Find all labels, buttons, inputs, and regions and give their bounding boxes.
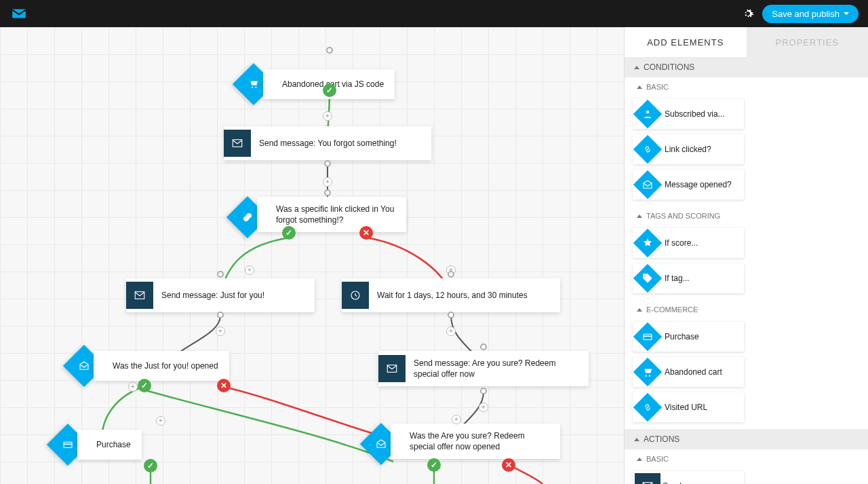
add-connector[interactable]: + xyxy=(452,415,461,424)
cond-if-tag[interactable]: If tag... xyxy=(633,263,744,293)
connector-dot[interactable] xyxy=(326,47,333,54)
chevron-up-icon xyxy=(637,86,642,89)
cond-subscribed-via[interactable]: Subscribed via... xyxy=(633,99,744,129)
svg-point-6 xyxy=(646,111,650,114)
node-label: Was the Are you sure? Redeem special off… xyxy=(410,430,549,452)
clock-icon xyxy=(342,282,369,309)
user-icon xyxy=(633,100,662,128)
chevron-up-icon xyxy=(637,308,642,312)
workflow-canvas[interactable]: Abandoned cart via JS code ✓ Send messag… xyxy=(0,27,624,484)
tab-properties[interactable]: PROPERTIES xyxy=(747,27,869,57)
node-label: Purchase xyxy=(96,439,131,450)
save-and-publish-button[interactable]: Save and publish xyxy=(762,5,859,23)
section-conditions[interactable]: CONDITIONS xyxy=(625,57,868,77)
node-label: Was a specific link clicked in You forgo… xyxy=(276,204,395,225)
cond-abandoned-cart[interactable]: Abandoned cart xyxy=(633,357,744,387)
cond-purchase[interactable]: Purchase xyxy=(633,322,744,352)
open-mail-icon xyxy=(633,170,662,199)
node-justforyou-opened[interactable]: Was the Just for you! opened xyxy=(94,351,229,381)
connector-dot[interactable] xyxy=(217,312,224,318)
link-icon xyxy=(633,393,662,422)
yes-badge: ✓ xyxy=(282,226,296,240)
mail-icon xyxy=(224,130,251,157)
chevron-up-icon xyxy=(634,438,639,441)
tab-add-elements[interactable]: ADD ELEMENTS xyxy=(625,27,747,57)
node-label: Send message: You forgot something! xyxy=(251,131,408,155)
save-label: Save and publish xyxy=(772,9,840,19)
mail-icon xyxy=(635,473,660,484)
add-connector[interactable]: + xyxy=(156,416,165,426)
cart-icon xyxy=(633,358,662,386)
chevron-up-icon xyxy=(634,66,639,69)
cond-if-score[interactable]: If score... xyxy=(633,228,744,258)
right-panel: ADD ELEMENTS PROPERTIES CONDITIONS BASIC… xyxy=(624,27,868,484)
node-send-are-you-sure[interactable]: Send message: Are you sure? Redeem speci… xyxy=(378,351,589,386)
connector-dot[interactable] xyxy=(480,388,487,394)
node-label: Was the Just for you! opened xyxy=(113,360,218,371)
tag-icon xyxy=(633,264,662,293)
connector-dot[interactable] xyxy=(448,312,454,318)
node-send-just-for-you[interactable]: Send message: Just for you! xyxy=(126,278,315,312)
topbar: Save and publish xyxy=(0,0,868,27)
svg-rect-8 xyxy=(644,336,652,337)
section-actions[interactable]: ACTIONS xyxy=(625,429,868,449)
node-label: Wait for 1 days, 12 hours, and 30 minute… xyxy=(369,283,538,308)
node-areyousure-opened[interactable]: Was the Are you sure? Redeem special off… xyxy=(391,424,560,459)
subsection-basic[interactable]: BASIC xyxy=(625,77,868,96)
connector-dot[interactable] xyxy=(217,271,224,278)
chevron-up-icon xyxy=(637,458,642,461)
mail-icon xyxy=(126,282,153,309)
svg-rect-5 xyxy=(64,444,72,445)
subsection-ecommerce[interactable]: E-COMMERCE xyxy=(625,300,868,319)
node-purchase[interactable]: Purchase xyxy=(77,430,142,460)
connector-dot[interactable] xyxy=(324,160,331,167)
add-connector[interactable]: + xyxy=(446,327,456,336)
connector-dot[interactable] xyxy=(324,189,331,196)
add-connector[interactable]: + xyxy=(128,382,138,392)
act-send-message[interactable]: Send message xyxy=(633,471,744,484)
svg-rect-4 xyxy=(64,442,72,447)
yes-badge: ✓ xyxy=(144,459,157,472)
no-badge: ✕ xyxy=(502,458,515,472)
subsection-actions-basic[interactable]: BASIC xyxy=(625,449,868,468)
node-link-clicked[interactable]: Was a specific link clicked in You forgo… xyxy=(257,197,406,232)
svg-rect-7 xyxy=(644,334,652,339)
cond-link-clicked[interactable]: Link clicked? xyxy=(633,134,744,164)
mail-icon xyxy=(378,355,406,382)
node-wait[interactable]: Wait for 1 days, 12 hours, and 30 minute… xyxy=(342,278,560,312)
no-badge: ✕ xyxy=(217,379,231,392)
add-connector[interactable]: + xyxy=(323,111,332,121)
svg-rect-3 xyxy=(387,365,397,373)
svg-rect-1 xyxy=(135,292,144,299)
settings-icon[interactable] xyxy=(742,7,754,20)
yes-badge: ✓ xyxy=(138,379,151,392)
connector-dot[interactable] xyxy=(448,271,454,278)
add-connector[interactable]: + xyxy=(245,265,254,275)
logo-icon xyxy=(9,6,28,21)
yes-badge: ✓ xyxy=(427,458,441,472)
add-connector[interactable]: + xyxy=(323,177,332,187)
node-label: Send message: Are you sure? Redeem speci… xyxy=(406,351,582,386)
connector-dot[interactable] xyxy=(480,343,487,350)
svg-rect-0 xyxy=(233,140,242,147)
link-icon xyxy=(633,135,662,164)
node-send-forgot[interactable]: Send message: You forgot something! xyxy=(224,126,431,160)
node-label: Send message: Just for you! xyxy=(153,283,275,308)
subsection-tags-scoring[interactable]: TAGS AND SCORING xyxy=(625,206,868,225)
add-connector[interactable]: + xyxy=(479,403,488,412)
chevron-up-icon xyxy=(637,215,642,218)
add-connector[interactable]: + xyxy=(216,327,225,336)
cond-message-opened[interactable]: Message opened? xyxy=(633,170,744,200)
caret-down-icon xyxy=(844,12,849,15)
wallet-icon xyxy=(633,322,662,351)
panel-tabs: ADD ELEMENTS PROPERTIES xyxy=(625,27,868,57)
no-badge: ✕ xyxy=(359,226,373,240)
star-icon xyxy=(633,229,662,257)
cond-visited-url[interactable]: Visited URL xyxy=(633,392,744,422)
yes-badge: ✓ xyxy=(323,83,336,97)
